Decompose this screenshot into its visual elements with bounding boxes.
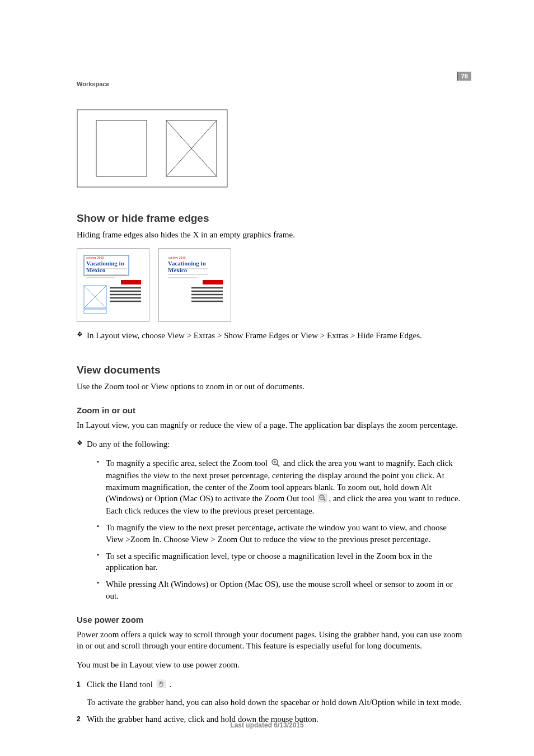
footer-updated: Last updated 6/13/2015 [0,721,534,729]
section-view-documents: View documents Use the Zoom tool or View… [77,364,466,392]
thumb-caption: october 2010 [86,256,104,259]
thumb-edges-shown: october 2010 Vacationing in Mexico [77,248,149,322]
hand-tool-icon [156,679,166,691]
zoom-intro-text: Do any of the following: [87,440,170,449]
power-note-text: You must be in Layout view to use power … [77,659,466,670]
frame-body-text: Hiding frame edges also hides the X in a… [77,229,466,240]
page-number: 78 [457,72,471,81]
thumb-edges-hidden: october 2010 Vacationing in Mexico [158,248,231,322]
view-body-text: Use the Zoom tool or View options to zoo… [77,381,466,392]
section-show-hide-frame-edges: Show or hide frame edges Hiding frame ed… [77,212,466,342]
svg-rect-20 [84,309,106,314]
zoom-item-magnify-area: To magnify a specific area, select the Z… [97,458,466,516]
section-zoom: Zoom in or out In Layout view, you can m… [77,405,466,601]
diamond-bullet-icon: ❖ [77,438,87,447]
svg-rect-0 [77,110,227,187]
zoom-body-text: In Layout view, you can magnify or reduc… [77,419,466,431]
heading-zoom: Zoom in or out [77,405,466,415]
power-body-text: Power zoom offers a quick way to scroll … [77,629,466,652]
zoom-intro-bullet: ❖Do any of the following: [77,438,466,450]
page-content: Show or hide frame edges Hiding frame ed… [77,109,466,738]
svg-text:Mexico: Mexico [86,267,106,273]
zoom-in-icon [271,458,280,470]
empty-frame-figure [77,109,228,190]
section-label: Workspace [77,81,110,87]
frame-instruction-text: In Layout view, choose View > Extras > S… [87,331,422,340]
zoom-sublist: To magnify a specific area, select the Z… [97,458,466,601]
svg-rect-11 [121,280,141,284]
figure-empty-frames [77,109,466,190]
heading-frame-edges: Show or hide frame edges [77,212,466,225]
power-step1-sub: To activate the grabber hand, you can al… [87,697,466,708]
zoom-item1-part-a: To magnify a specific area, select the Z… [106,459,270,468]
figure-frame-edges-compare: october 2010 Vacationing in Mexico [77,248,466,322]
diamond-bullet-icon: ❖ [77,330,87,339]
heading-view-documents: View documents [77,364,466,376]
frame-instruction-bullet: ❖In Layout view, choose View > Extras > … [77,330,466,341]
power-step1-part-b: . [167,680,172,689]
svg-line-34 [277,464,280,467]
zoom-out-icon [317,493,327,505]
zoom-item-specific-level: To set a specific magnification level, t… [97,550,466,573]
step-number-1: 1 [77,680,81,689]
power-step-1: 1 Click the Hand tool . [77,679,466,691]
power-step1-part-a: Click the Hand tool [87,680,155,689]
heading-power-zoom: Use power zoom [77,615,466,624]
svg-text:Mexico: Mexico [168,267,188,273]
svg-text:Vacationing in: Vacationing in [168,260,206,267]
svg-rect-1 [96,120,147,176]
svg-text:Vacationing in: Vacationing in [86,260,124,267]
section-power-zoom: Use power zoom Power zoom offers a quick… [77,615,466,725]
zoom-item-next-preset: To magnify the view to the next preset p… [97,522,466,545]
zoom-item-scroll-wheel: While pressing Alt (Windows) or Option (… [97,578,466,601]
svg-rect-27 [203,280,223,284]
svg-text:october 2010: october 2010 [168,256,186,259]
